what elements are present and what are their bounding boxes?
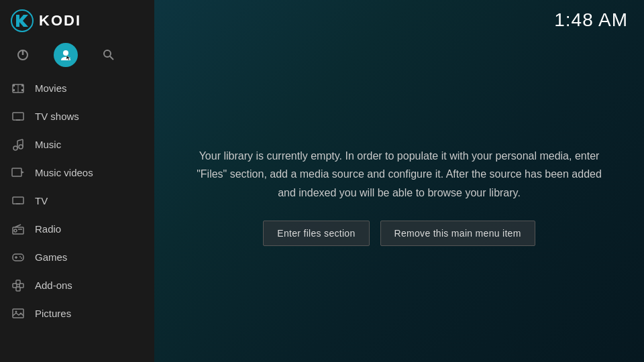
radio-icon xyxy=(11,221,25,236)
svg-rect-29 xyxy=(13,254,23,261)
content-area: Your library is currently empty. In orde… xyxy=(154,31,644,362)
svg-rect-10 xyxy=(21,84,23,86)
sidebar-item-tvshows[interactable]: TV shows xyxy=(0,102,154,130)
svg-point-6 xyxy=(104,50,111,57)
svg-marker-1 xyxy=(16,15,28,27)
games-label: Games xyxy=(35,251,67,263)
radio-label: Radio xyxy=(35,223,61,235)
top-bar: 1:48 AM xyxy=(154,0,644,31)
pictures-icon xyxy=(11,306,25,320)
tv-label: TV xyxy=(35,195,48,206)
movies-label: Movies xyxy=(35,82,67,94)
svg-line-20 xyxy=(17,139,23,141)
sidebar-item-tv[interactable]: TV xyxy=(0,186,154,215)
svg-marker-22 xyxy=(21,171,24,174)
musicvideos-label: Music videos xyxy=(35,167,93,178)
kodi-logo-icon xyxy=(11,9,34,32)
sidebar: KODI xyxy=(0,0,154,362)
action-buttons-row: Enter files section Remove this main men… xyxy=(263,221,535,246)
svg-point-17 xyxy=(19,145,23,149)
movies-icon xyxy=(11,80,25,95)
svg-point-4 xyxy=(63,50,68,56)
svg-point-39 xyxy=(15,311,17,313)
svg-rect-21 xyxy=(12,168,21,176)
sidebar-nav: Movies TV shows Music Music videos TV xyxy=(0,74,154,362)
remove-menu-item-button[interactable]: Remove this main menu item xyxy=(380,221,535,246)
addons-icon xyxy=(11,278,25,292)
svg-point-32 xyxy=(19,256,21,257)
profile-button[interactable] xyxy=(54,43,78,67)
power-icon xyxy=(16,48,30,62)
search-button[interactable] xyxy=(97,43,121,67)
power-button[interactable] xyxy=(11,43,35,67)
games-icon xyxy=(11,249,25,264)
music-label: Music xyxy=(35,139,61,150)
sidebar-item-radio[interactable]: Radio xyxy=(0,215,154,243)
svg-rect-38 xyxy=(13,309,23,318)
musicvideos-icon xyxy=(11,165,25,180)
sidebar-item-movies[interactable]: Movies xyxy=(0,74,154,102)
search-icon xyxy=(102,48,115,62)
svg-point-16 xyxy=(13,146,17,150)
music-icon xyxy=(11,137,25,152)
sidebar-icon-row xyxy=(0,39,154,74)
sidebar-item-musicvideos[interactable]: Music videos xyxy=(0,158,154,186)
sidebar-item-music[interactable]: Music xyxy=(0,130,154,158)
tvshows-label: TV shows xyxy=(35,111,79,122)
svg-rect-11 xyxy=(13,89,15,91)
svg-point-33 xyxy=(21,257,22,259)
sidebar-item-games[interactable]: Games xyxy=(0,243,154,271)
svg-rect-14 xyxy=(13,113,23,120)
svg-point-26 xyxy=(14,229,17,232)
clock-display: 1:48 AM xyxy=(554,9,628,31)
tvshows-icon xyxy=(11,109,25,123)
tv-icon xyxy=(11,193,25,208)
svg-line-7 xyxy=(110,56,113,60)
svg-rect-12 xyxy=(21,89,23,91)
main-content: 1:48 AM Your library is currently empty.… xyxy=(154,0,644,362)
empty-library-message: Your library is currently empty. In orde… xyxy=(195,147,604,202)
pictures-label: Pictures xyxy=(35,308,71,319)
svg-rect-9 xyxy=(13,84,15,86)
sidebar-item-pictures[interactable]: Pictures xyxy=(0,299,154,327)
sidebar-header: KODI xyxy=(0,0,154,39)
svg-rect-23 xyxy=(13,197,23,204)
addons-label: Add-ons xyxy=(35,280,72,291)
app-title: KODI xyxy=(39,12,81,29)
enter-files-button[interactable]: Enter files section xyxy=(263,221,369,246)
sidebar-item-addons[interactable]: Add-ons xyxy=(0,271,154,299)
profile-icon xyxy=(59,48,72,62)
